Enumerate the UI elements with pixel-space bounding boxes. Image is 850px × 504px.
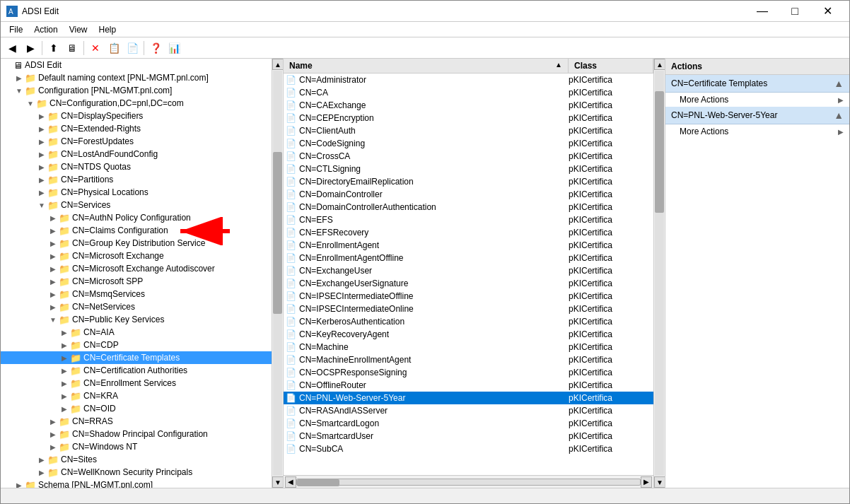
- tree-item[interactable]: ▶ 📁 CN=Group Key Distribution Service: [1, 237, 272, 250]
- list-row[interactable]: 📄 CN=ExchangeUser pKICertifica: [284, 264, 653, 277]
- tree-item[interactable]: ▶ 📁 CN=Shadow Principal Configuration: [1, 428, 272, 440]
- tree-expander[interactable]: ▶: [36, 112, 47, 120]
- tree-expander[interactable]: ▶: [47, 227, 59, 235]
- tree-expander[interactable]: ▶: [47, 265, 59, 273]
- tree-item[interactable]: ▼ 📁 CN=Services: [1, 199, 272, 211]
- list-row[interactable]: 📄 CN=DomainController pKICertifica: [284, 188, 653, 201]
- tree-item[interactable]: ▼ 📁 Configuration [PNL-MGMT.pnl.com]: [1, 84, 272, 97]
- list-row[interactable]: 📄 CN=CAExchange pKICertifica: [284, 99, 653, 112]
- list-row[interactable]: 📄 CN=EFS pKICertifica: [284, 213, 653, 226]
- tree-item[interactable]: ▶ 📁 CN=Sites: [1, 453, 272, 466]
- tree-expander[interactable]: ▶: [47, 278, 59, 286]
- tree-expander[interactable]: ▶: [47, 291, 59, 298]
- tree-expander[interactable]: ▼: [36, 201, 47, 209]
- tree-item[interactable]: ▶ 📁 CN=NTDS Quotas: [1, 160, 272, 173]
- list-vscroll-up[interactable]: ▲: [654, 59, 665, 70]
- list-row[interactable]: 📄 CN=KeyRecoveryAgent pKICertifica: [284, 328, 653, 341]
- tree-item[interactable]: ▶ 📁 CN=Physical Locations: [1, 186, 272, 199]
- tree-item[interactable]: ▶ 📁 CN=DisplaySpecifiers: [1, 110, 272, 122]
- close-button[interactable]: ✕: [811, 1, 844, 22]
- tree-expander[interactable]: ▶: [47, 418, 59, 426]
- list-row[interactable]: 📄 CN=CTLSigning pKICertifica: [284, 163, 653, 175]
- tree-item[interactable]: ▶ 📁 CN=Microsoft Exchange: [1, 250, 272, 262]
- tree-item[interactable]: ▶ 📁 Default naming context [PNL-MGMT.pnl…: [1, 71, 272, 84]
- action-item-1-0[interactable]: More Actions ▶: [665, 124, 849, 139]
- tree-item[interactable]: ▶ 📁 CN=Certification Authorities: [1, 364, 272, 377]
- list-scroll[interactable]: 📄 CN=Administrator pKICertifica 📄 CN=CA …: [284, 74, 653, 475]
- list-row[interactable]: 📄 CN=CEPEncryption pKICertifica: [284, 112, 653, 124]
- list-row[interactable]: 📄 CN=ClientAuth pKICertifica: [284, 124, 653, 137]
- tree-expander[interactable]: ▶: [36, 138, 47, 146]
- tree-item[interactable]: ▶ 📁 CN=AIA: [1, 326, 272, 339]
- minimize-button[interactable]: —: [746, 1, 779, 22]
- tree-expander[interactable]: ▶: [59, 329, 70, 336]
- tree-item[interactable]: ▼ 📁 CN=Configuration,DC=pnl,DC=com: [1, 97, 272, 110]
- menu-file[interactable]: File: [4, 23, 28, 36]
- list-row[interactable]: 📄 CN=SmartcardLogon pKICertifica: [284, 417, 653, 430]
- tree-expander[interactable]: ▶: [47, 443, 59, 451]
- tree-item[interactable]: ▶ 📁 CN=RRAS: [1, 415, 272, 428]
- list-row[interactable]: 📄 CN=RASAndIASServer pKICertifica: [284, 404, 653, 417]
- list-row[interactable]: 📄 CN=EnrollmentAgent pKICertifica: [284, 239, 653, 252]
- tree-expander[interactable]: ▶: [59, 341, 70, 349]
- list-row[interactable]: 📄 CN=MachineEnrollmentAgent pKICertifica: [284, 353, 653, 366]
- tree-expander[interactable]: ▶: [36, 125, 47, 133]
- tree-item[interactable]: ▶ 📁 CN=Enrollment Services: [1, 377, 272, 389]
- list-header-name[interactable]: Name ▲: [284, 59, 569, 73]
- toolbar-help[interactable]: ❓: [147, 40, 164, 57]
- tree-item[interactable]: ▶ 📁 Schema [PNL-MGMT.pnl.com]: [1, 479, 272, 488]
- list-row[interactable]: 📄 CN=CodeSigning pKICertifica: [284, 137, 653, 150]
- tree-expander[interactable]: ▶: [59, 380, 70, 387]
- tree-expander[interactable]: ▼: [47, 316, 59, 324]
- tree-expander[interactable]: ▶: [13, 481, 25, 488]
- list-row[interactable]: 📄 CN=Administrator pKICertifica: [284, 74, 653, 86]
- list-row[interactable]: 📄 CN=CA pKICertifica: [284, 86, 653, 99]
- tree-expander[interactable]: ▶: [36, 456, 47, 464]
- list-row[interactable]: 📄 CN=CrossCA pKICertifica: [284, 150, 653, 163]
- toolbar-paste[interactable]: 📄: [124, 40, 141, 57]
- menu-help[interactable]: Help: [93, 23, 122, 36]
- tree-expander[interactable]: ▶: [36, 151, 47, 158]
- tree-scroll-up[interactable]: ▲: [272, 59, 284, 70]
- tree-expander[interactable]: ▼: [13, 87, 25, 95]
- toolbar-properties[interactable]: 📊: [165, 40, 182, 57]
- tree-expander[interactable]: ▶: [59, 392, 70, 400]
- list-row[interactable]: 📄 CN=Machine pKICertifica: [284, 341, 653, 353]
- list-header-class[interactable]: Class: [569, 59, 653, 73]
- tree-item[interactable]: ▶ 📁 CN=Certificate Templates: [1, 351, 272, 364]
- list-row[interactable]: 📄 CN=OCSPResponseSigning pKICertifica: [284, 366, 653, 379]
- tree-item[interactable]: ▶ 📁 CN=ForestUpdates: [1, 135, 272, 148]
- menu-view[interactable]: View: [64, 23, 93, 36]
- tree-item[interactable]: ▶ 📁 CN=Windows NT: [1, 440, 272, 453]
- tree-item[interactable]: ▶ 📁 CN=NetServices: [1, 300, 272, 313]
- list-row[interactable]: 📄 CN=IPSECIntermediateOnline pKICertific…: [284, 303, 653, 315]
- tree-expander[interactable]: ▶: [36, 163, 47, 171]
- list-row[interactable]: 📄 CN=ExchangeUserSignature pKICertifica: [284, 277, 653, 290]
- list-row[interactable]: 📄 CN=DirectoryEmailReplication pKICertif…: [284, 175, 653, 188]
- toolbar-forward[interactable]: ▶: [22, 40, 39, 57]
- tree-expander[interactable]: ▶: [36, 469, 47, 476]
- tree-expander[interactable]: ▶: [47, 240, 59, 247]
- list-row[interactable]: 📄 CN=SubCA pKICertifica: [284, 443, 653, 455]
- menu-action[interactable]: Action: [28, 23, 63, 36]
- toolbar-up[interactable]: ⬆: [45, 40, 62, 57]
- toolbar-copy[interactable]: 📋: [105, 40, 122, 57]
- list-row[interactable]: 📄 CN=EFSRecovery pKICertifica: [284, 226, 653, 239]
- tree-item[interactable]: ▶ 📁 CN=MsmqServices: [1, 288, 272, 300]
- list-row[interactable]: 📄 CN=EnrollmentAgentOffline pKICertifica: [284, 252, 653, 264]
- action-item-0-0[interactable]: More Actions ▶: [665, 93, 849, 107]
- list-scroll-right[interactable]: ▶: [641, 476, 652, 488]
- list-row[interactable]: 📄 CN=OfflineRouter pKICertifica: [284, 379, 653, 392]
- tree-item[interactable]: ▶ 📁 CN=Partitions: [1, 173, 272, 186]
- list-vscroll-down[interactable]: ▼: [654, 476, 665, 488]
- toolbar-delete[interactable]: ✕: [87, 40, 104, 57]
- tree-item[interactable]: ▼ 📁 CN=Public Key Services: [1, 313, 272, 326]
- tree-expander[interactable]: ▼: [25, 100, 36, 107]
- list-row[interactable]: 📄 CN=PNL-Web-Server-5Year pKICertifica: [284, 392, 653, 404]
- toolbar-back[interactable]: ◀: [4, 40, 21, 57]
- list-row[interactable]: 📄 CN=DomainControllerAuthentication pKIC…: [284, 201, 653, 213]
- tree-expander[interactable]: ▶: [47, 252, 59, 260]
- tree-expander[interactable]: ▶: [36, 176, 47, 184]
- tree-item[interactable]: ▶ 📁 CN=AuthN Policy Configuration: [1, 211, 272, 224]
- tree-item[interactable]: 🖥 ADSI Edit: [1, 59, 272, 71]
